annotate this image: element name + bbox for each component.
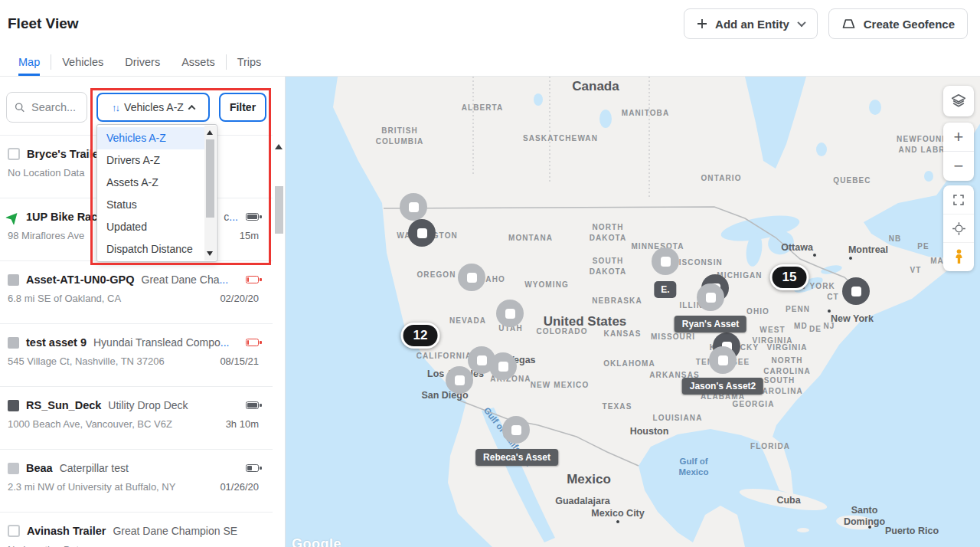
- chevron-up-icon: [188, 104, 195, 112]
- item-name: Bryce's Trailer: [27, 148, 103, 160]
- list-item[interactable]: Beaa Caterpillar test 2.3 mi NW of Unive…: [0, 450, 273, 513]
- item-updated: 15m: [240, 230, 259, 241]
- asset-marker-glyph: [511, 425, 521, 435]
- sort-dropdown-menu: Vehicles A-Z Drivers A-Z Assets A-Z Stat…: [96, 124, 217, 262]
- asset-marker[interactable]: [446, 366, 473, 394]
- list-item-header: Avinash Trailer Great Dane Champion SE: [8, 525, 259, 537]
- battery-icon: [246, 464, 259, 472]
- tab-map[interactable]: Map: [18, 47, 40, 76]
- zoom-out-button[interactable]: −: [943, 152, 974, 181]
- sort-option[interactable]: Dispatch Distance: [97, 238, 204, 260]
- asset-marker[interactable]: [408, 219, 436, 247]
- list-scrollbar-thumb[interactable]: [275, 186, 283, 234]
- cluster-marker[interactable]: 15: [770, 264, 809, 290]
- asset-marker[interactable]: [400, 193, 427, 221]
- list-scroll-up-icon[interactable]: [275, 144, 283, 149]
- tab-drivers[interactable]: Drivers: [125, 47, 160, 76]
- sort-dropdown-button[interactable]: Vehicles A-Z: [96, 93, 210, 122]
- locate-button[interactable]: [943, 214, 974, 242]
- fullscreen-button[interactable]: [943, 185, 974, 214]
- scroll-down-icon[interactable]: [207, 251, 213, 256]
- asset-marker[interactable]: [709, 346, 737, 374]
- item-name: RS_Sun_Deck: [26, 399, 101, 411]
- fleet-view-app: Fleet View Add an Entity Create Geofence…: [0, 0, 980, 547]
- city-dot: [848, 256, 853, 260]
- item-type-ellipsis[interactable]: ...: [229, 211, 238, 223]
- item-updated: 02/20/20: [220, 293, 259, 304]
- asset-label: Jason's Asset2: [682, 378, 763, 395]
- sort-option[interactable]: Vehicles A-Z: [97, 127, 204, 149]
- item-location: 98 Miraflores Ave: [8, 230, 84, 241]
- battery-fill: [247, 215, 257, 219]
- map-base-layer: [286, 77, 980, 547]
- battery-icon: [246, 339, 259, 346]
- sort-arrows-icon: [112, 102, 119, 113]
- asset-marker-glyph: [467, 273, 477, 283]
- item-status-icon[interactable]: [5, 208, 21, 224]
- list-item[interactable]: test asset 9 Hyundai Translead Compo... …: [0, 324, 273, 387]
- item-status-icon[interactable]: [8, 337, 19, 349]
- scrollbar-thumb[interactable]: [206, 139, 214, 218]
- list-item-subline: No Location Data: [8, 544, 259, 547]
- asset-marker-glyph: [477, 355, 487, 365]
- item-updated: 08/15/21: [220, 355, 259, 367]
- sort-option[interactable]: Status: [97, 194, 204, 216]
- asset-marker-glyph: [498, 362, 508, 372]
- item-status-icon[interactable]: [8, 274, 19, 286]
- item-name: Avinash Trailer: [27, 525, 106, 537]
- item-location: 1000 Beach Ave, Vancouver, BC V6Z: [8, 418, 172, 430]
- asset-marker[interactable]: [652, 247, 679, 275]
- item-type-ellipsis[interactable]: ...: [219, 274, 228, 286]
- fullscreen-icon: [952, 193, 965, 207]
- item-name: Beaa: [26, 462, 53, 474]
- list-item[interactable]: Avinash Trailer Great Dane Champion SE N…: [0, 513, 273, 547]
- item-type: c...: [224, 211, 238, 223]
- asset-marker[interactable]: [697, 283, 724, 311]
- asset-label: Ryan's Asset: [675, 316, 746, 332]
- filter-button[interactable]: Filter: [219, 93, 266, 122]
- search-input[interactable]: [31, 101, 80, 113]
- tab-vehicles[interactable]: Vehicles: [62, 47, 103, 76]
- tab-trips[interactable]: Trips: [237, 47, 262, 76]
- item-location: No Location Data: [8, 544, 84, 547]
- add-entity-button[interactable]: Add an Entity: [684, 8, 818, 39]
- zoom-control: + −: [943, 123, 974, 181]
- city-dot: [827, 309, 831, 313]
- map-canvas[interactable]: Canada United States Mexico ALBERTA BRIT…: [285, 77, 980, 547]
- item-type-text: Great Dane Champion SE: [113, 525, 237, 537]
- list-item[interactable]: RS_Sun_Deck Utility Drop Deck 1000 Beach…: [0, 387, 273, 450]
- asset-marker[interactable]: [489, 352, 517, 380]
- sort-option[interactable]: Drivers A-Z: [97, 149, 204, 172]
- item-status-icon[interactable]: [8, 525, 20, 537]
- item-status-icon[interactable]: [8, 463, 19, 474]
- layers-button[interactable]: [943, 86, 974, 116]
- list-item-subline: 6.8 mi SE of Oakland, CA 02/20/20: [8, 293, 259, 304]
- asset-marker[interactable]: [502, 416, 530, 444]
- sort-option[interactable]: Updated: [97, 216, 204, 238]
- sort-option[interactable]: Assets A-Z: [97, 172, 204, 194]
- tab-assets[interactable]: Assets: [181, 47, 215, 76]
- asset-marker[interactable]: [842, 277, 870, 305]
- asset-marker[interactable]: [496, 300, 524, 327]
- street-view-button[interactable]: [943, 242, 974, 270]
- list-item-header: test asset 9 Hyundai Translead Compo...: [8, 336, 259, 349]
- battery-fill: [247, 277, 249, 282]
- item-status-icon[interactable]: [8, 400, 19, 411]
- item-updated: 01/26/20: [220, 481, 259, 493]
- create-geofence-button[interactable]: Create Geofence: [828, 8, 968, 39]
- item-status-icon[interactable]: [8, 148, 20, 160]
- item-type-text: Hyundai Translead Compo: [93, 336, 220, 349]
- cluster-marker[interactable]: 12: [401, 323, 440, 349]
- content: Vehicles A-Z Filter Vehicles A-Z Drivers…: [0, 77, 980, 547]
- dropdown-scrollbar[interactable]: [204, 126, 216, 260]
- list-item[interactable]: Asset-AT1-UN0-GPQ Great Dane Cha... 6.8 …: [0, 261, 273, 324]
- asset-marker[interactable]: [458, 264, 485, 291]
- item-type-ellipsis[interactable]: ...: [220, 336, 230, 349]
- zoom-in-button[interactable]: +: [943, 123, 974, 152]
- list-item-header: Beaa Caterpillar test: [8, 462, 259, 474]
- google-watermark: Google: [292, 536, 341, 547]
- scroll-up-icon[interactable]: [207, 130, 213, 135]
- search-box[interactable]: [6, 92, 87, 123]
- e-marker[interactable]: E.: [654, 281, 676, 298]
- map-tools: [943, 185, 974, 271]
